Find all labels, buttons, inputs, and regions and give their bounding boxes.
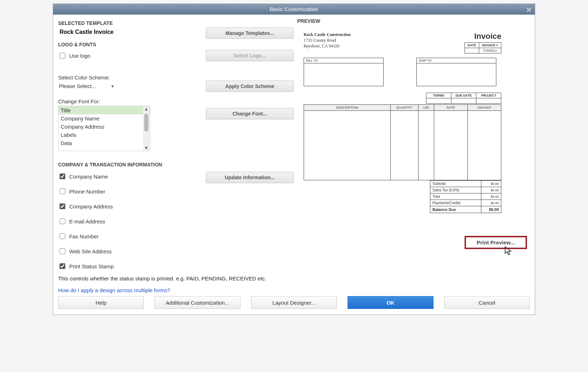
font-list-scrollbar[interactable]: ▲ ▼ bbox=[143, 107, 149, 150]
preview-doc-title: Invoice bbox=[465, 32, 501, 41]
change-font-button[interactable]: Change Font... bbox=[206, 108, 294, 119]
chk-company-address[interactable]: Company Address bbox=[58, 202, 130, 210]
font-list[interactable]: Title Company Name Company Address Label… bbox=[58, 106, 150, 151]
invoice-preview: Rock Castle Construction 1735 County Roa… bbox=[297, 27, 508, 217]
chevron-down-icon: ▼ bbox=[111, 84, 115, 88]
scroll-up-icon[interactable]: ▲ bbox=[144, 107, 148, 112]
selected-template-label: SELECTED TEMPLATE bbox=[58, 20, 294, 26]
color-scheme-label: Select Color Scheme: bbox=[58, 74, 294, 81]
font-item-data[interactable]: Data bbox=[59, 139, 150, 147]
manage-templates-button[interactable]: Manage Templates... bbox=[206, 27, 294, 39]
use-logo-checkbox[interactable]: Use logo bbox=[58, 52, 199, 60]
preview-company-block: Rock Castle Construction 1735 County Roa… bbox=[304, 32, 351, 53]
font-item-title[interactable]: Title bbox=[59, 106, 150, 114]
print-preview-button[interactable]: Print Preview... bbox=[465, 236, 527, 249]
bottom-bar: Help Additional Customization... Layout … bbox=[53, 293, 535, 315]
basic-customization-window: Basic Customization ✕ SELECTED TEMPLATE … bbox=[53, 4, 535, 315]
preview-company-name: Rock Castle Construction bbox=[304, 32, 351, 37]
chk-email-address[interactable]: E-mail Address bbox=[58, 217, 130, 225]
ok-button[interactable]: OK bbox=[348, 296, 433, 309]
chk-web-site[interactable]: Web Site Address bbox=[58, 247, 130, 255]
chk-fax-number[interactable]: Fax Number bbox=[58, 232, 130, 240]
preview-addr1: 1735 County Road bbox=[304, 37, 351, 43]
color-scheme-value: Please Select... bbox=[59, 83, 96, 89]
company-info-label: COMPANY & TRANSACTION INFORMATION bbox=[58, 162, 294, 167]
color-scheme-select[interactable]: Please Select... ▼ bbox=[58, 82, 115, 91]
close-icon[interactable]: ✕ bbox=[526, 5, 532, 15]
window-title: Basic Customization bbox=[270, 6, 318, 12]
cancel-button[interactable]: Cancel bbox=[444, 296, 530, 309]
scroll-down-icon[interactable]: ▼ bbox=[144, 145, 148, 150]
update-information-button[interactable]: Update Information... bbox=[206, 172, 294, 183]
ship-to-box: SHIP TO bbox=[416, 58, 496, 86]
font-item-company-address[interactable]: Company Address bbox=[59, 123, 150, 131]
terms-table: TERMSDUE DATEPROJECT bbox=[426, 93, 501, 104]
totals-table: Subtotal$0.00 Sales Tax (0.0%)$0.00 Tota… bbox=[430, 180, 501, 213]
status-stamp-note: This controls whether the status stamp i… bbox=[58, 275, 294, 282]
preview-addr2: Bayshore, CA 94326 bbox=[304, 43, 351, 49]
font-item-company-name[interactable]: Company Name bbox=[59, 114, 150, 123]
help-button[interactable]: Help bbox=[58, 296, 144, 309]
use-logo-label: Use logo bbox=[69, 53, 90, 59]
apply-color-scheme-button[interactable]: Apply Color Scheme bbox=[206, 81, 294, 92]
change-font-label: Change Font For: bbox=[58, 98, 294, 104]
preview-dateinv-table: DATEINVOICE # FAM2011 bbox=[465, 42, 501, 53]
line-items-table: DESCRIPTION QUANTITY U/M RATE AMOUNT bbox=[304, 104, 501, 180]
bill-to-box: BILL TO bbox=[304, 58, 384, 86]
left-panel: SELECTED TEMPLATE Rock Castle Invoice Ma… bbox=[58, 18, 294, 293]
chk-print-status-stamp[interactable]: Print Status Stamp bbox=[58, 262, 199, 270]
preview-label: PREVIEW bbox=[297, 18, 531, 24]
font-item-labels[interactable]: Labels bbox=[59, 131, 150, 139]
additional-customization-button[interactable]: Additional Customization... bbox=[154, 296, 240, 309]
chk-company-name[interactable]: Company Name bbox=[58, 172, 130, 180]
layout-designer-button[interactable]: Layout Designer... bbox=[251, 296, 337, 309]
template-name: Rock Castle Invoice bbox=[58, 27, 199, 39]
scroll-thumb[interactable] bbox=[144, 114, 148, 131]
select-logo-button[interactable]: Select Logo... bbox=[206, 50, 294, 61]
chk-phone-number[interactable]: Phone Number bbox=[58, 187, 130, 195]
design-help-link[interactable]: How do I apply a design across multiple … bbox=[58, 287, 170, 293]
right-panel: PREVIEW Rock Castle Construction 1735 Co… bbox=[294, 18, 531, 293]
titlebar: Basic Customization ✕ bbox=[53, 4, 535, 15]
logo-fonts-label: LOGO & FONTS bbox=[58, 42, 294, 47]
